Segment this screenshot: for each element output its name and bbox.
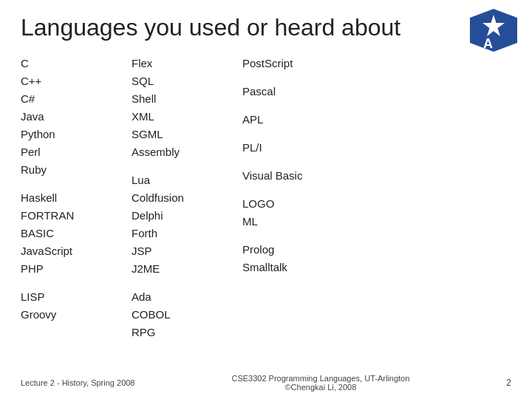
list-item: J2ME: [132, 260, 235, 278]
spacer: [132, 278, 235, 288]
list-item: Delphi: [132, 207, 235, 225]
list-item: Haskell: [21, 189, 124, 207]
list-item: Groovy: [21, 306, 124, 324]
list-item: BASIC: [21, 225, 124, 242]
list-item: FORTRAN: [21, 207, 124, 225]
uta-logo: A: [468, 7, 519, 53]
list-item: Forth: [132, 225, 235, 242]
list-item: SGML: [132, 126, 235, 143]
list-item: Perl: [21, 143, 124, 161]
svg-text:A: A: [483, 36, 493, 51]
list-item: ML: [242, 213, 346, 231]
page-title: Languages you used or heard about: [21, 13, 511, 41]
slide: A Languages you used or heard about C C+…: [0, 0, 532, 399]
content-area: C C++ C# Java Python Perl Ruby Haskell F…: [21, 55, 511, 341]
list-item: Coldfusion: [132, 189, 235, 207]
list-item: RPG: [132, 324, 235, 341]
spacer: [242, 129, 346, 139]
list-item: LOGO: [242, 195, 346, 213]
list-item: Python: [21, 126, 124, 143]
list-item: APL: [242, 111, 346, 129]
list-item: JSP: [132, 242, 235, 260]
list-item: Assembly: [132, 143, 235, 161]
column-2: Flex SQL Shell XML SGML Assembly Lua Col…: [132, 55, 242, 341]
list-item: Visual Basic: [242, 167, 346, 185]
list-item: JavaScript: [21, 242, 124, 260]
list-item: XML: [132, 108, 235, 126]
list-item: Flex: [132, 55, 235, 72]
list-item: Lua: [132, 171, 235, 189]
list-item: SQL: [132, 72, 235, 90]
list-item: Ada: [132, 288, 235, 306]
list-item: C++: [21, 72, 124, 90]
spacer: [132, 161, 235, 171]
spacer: [242, 185, 346, 195]
list-item: PHP: [21, 260, 124, 278]
spacer: [242, 157, 346, 167]
list-item: C: [21, 55, 124, 72]
column-3: PostScript Pascal APL PL/I Visual Basic …: [242, 55, 353, 341]
spacer: [242, 231, 346, 241]
spacer: [242, 72, 346, 83]
footer-lecture: Lecture 2 - History, Spring 2008: [21, 378, 134, 387]
column-1: C C++ C# Java Python Perl Ruby Haskell F…: [21, 55, 132, 341]
list-item: PL/I: [242, 139, 346, 157]
list-item: Ruby: [21, 161, 124, 179]
list-item: Pascal: [242, 83, 346, 100]
footer: Lecture 2 - History, Spring 2008 CSE3302…: [0, 374, 532, 392]
footer-course: CSE3302 Programming Languages, UT-Arling…: [231, 374, 409, 392]
spacer: [242, 100, 346, 111]
spacer: [21, 179, 124, 189]
footer-page-number: 2: [506, 378, 511, 388]
list-item: Shell: [132, 90, 235, 108]
list-item: PostScript: [242, 55, 346, 72]
list-item: Smalltalk: [242, 259, 346, 276]
list-item: COBOL: [132, 306, 235, 324]
list-item: Prolog: [242, 241, 346, 259]
list-item: LISP: [21, 288, 124, 306]
list-item: C#: [21, 90, 124, 108]
list-item: Java: [21, 108, 124, 126]
spacer: [21, 278, 124, 288]
